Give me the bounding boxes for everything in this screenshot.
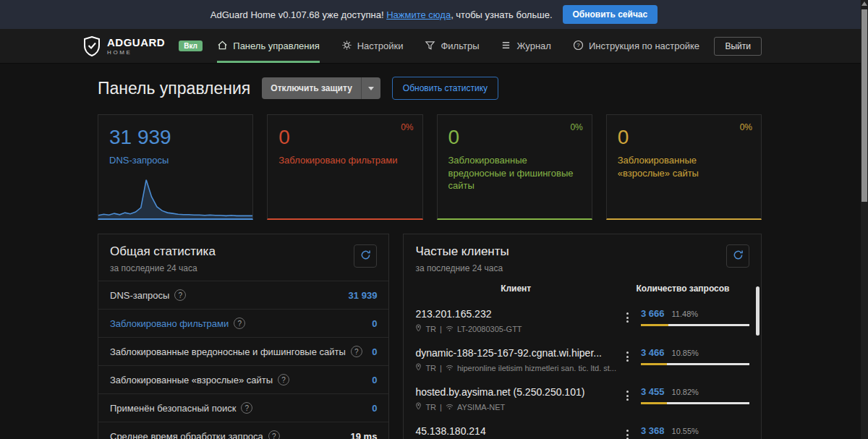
stat-card-blocked-filters: 0% 0 Заблокировано фильтрами xyxy=(267,114,422,220)
help-icon[interactable]: ? xyxy=(278,374,289,385)
disable-protection-label: Отключить защиту xyxy=(262,77,361,99)
protection-status-badge: Вкл xyxy=(179,41,203,51)
disable-protection-caret[interactable] xyxy=(361,77,380,99)
meta-separator: | xyxy=(440,325,442,333)
client-menu-kebab-icon[interactable] xyxy=(621,428,634,439)
network-icon xyxy=(446,364,454,372)
top-clients-title: Частые клиенты xyxy=(415,244,509,259)
brand-subtitle: HOME xyxy=(107,50,165,56)
stat-row-label: Применён безопасный поиск xyxy=(110,403,236,414)
location-pin-icon xyxy=(415,402,422,412)
client-menu-kebab-icon[interactable] xyxy=(621,311,634,324)
location-pin-icon xyxy=(415,363,422,372)
client-usage-bar-fill xyxy=(641,324,668,326)
stat-row-label: DNS-запросы xyxy=(110,290,169,301)
stat-row-value: 31 939 xyxy=(349,290,378,301)
client-row: 45.138.180.214 TR | GUNHUN JILGILETISIM … xyxy=(404,418,761,439)
stat-row-blocked-adult: Заблокированные «взрослые» сайты? 0 xyxy=(98,365,388,393)
stat-row-value: 0 xyxy=(372,375,377,385)
clients-list-scrollbar-thumb[interactable] xyxy=(756,286,760,336)
nav-item-settings[interactable]: Настройки xyxy=(341,29,404,63)
stat-row-label: Заблокированные «взрослые» сайты xyxy=(110,375,273,385)
stat-row-value: 0 xyxy=(372,318,377,329)
chevron-down-icon xyxy=(368,87,374,90)
help-icon[interactable]: ? xyxy=(351,346,362,357)
adguard-logo: ADGUARD HOME Вкл xyxy=(83,36,203,56)
client-meta: TR | AYSIMA-NET xyxy=(415,402,616,412)
stat-row-dns-queries: DNS-запросы? 31 939 xyxy=(98,281,388,309)
stat-row-safe-search: Применён безопасный поиск? 0 xyxy=(98,393,388,422)
help-icon[interactable]: ? xyxy=(174,289,186,301)
nav-item-filters[interactable]: Фильтры xyxy=(425,29,479,63)
client-stats: 3 666 11.48% xyxy=(641,308,749,326)
column-header-client: Клиент xyxy=(415,284,616,294)
window-scrollbar[interactable] xyxy=(861,0,868,439)
refresh-top-clients-button[interactable] xyxy=(726,244,749,268)
top-clients-subtitle: за последние 24 часа xyxy=(415,263,509,273)
stat-row-label-link[interactable]: Заблокировано фильтрами xyxy=(110,318,229,329)
filter-icon xyxy=(425,40,435,53)
update-notification-text: AdGuard Home v0.107.68 уже доступна! Наж… xyxy=(210,9,553,20)
stat-row-value: 19 ms xyxy=(351,431,378,439)
dns-queries-sparkline xyxy=(98,176,252,218)
help-icon[interactable]: ? xyxy=(241,402,252,414)
client-count: 3 455 xyxy=(641,386,665,397)
scrollbar-up-arrow-icon[interactable] xyxy=(861,1,867,6)
blocked-adult-percent: 0% xyxy=(740,122,752,132)
client-meta: TR | LT-20080305-GTT xyxy=(415,324,616,333)
client-info: hosted.by.aysima.net (5.250.250.101) TR … xyxy=(415,386,616,412)
nav-item-setup-guide[interactable]: ? Инструкция по настройке xyxy=(573,29,699,63)
logout-button[interactable]: Выйти xyxy=(714,37,762,56)
client-stats: 3 368 10.55% xyxy=(641,425,749,439)
client-percent: 10.82% xyxy=(672,388,699,396)
client-usage-bar xyxy=(641,363,749,365)
dns-queries-value: 31 939 xyxy=(98,115,252,149)
client-country: TR xyxy=(425,325,436,333)
stat-row-label: Заблокированные вредоносные и фишинговые… xyxy=(110,346,346,357)
top-clients-panel: Частые клиенты за последние 24 часа Клие… xyxy=(403,234,762,439)
page-title: Панель управления xyxy=(98,77,250,99)
general-statistics-panel: Общая статистика за последние 24 часа DN… xyxy=(98,234,389,439)
disable-protection-button[interactable]: Отключить защиту xyxy=(262,77,380,99)
column-header-count: Количество запросов xyxy=(616,284,749,294)
nav-label: Фильтры xyxy=(441,41,479,51)
stat-row-label: Среднее время обработки запроса xyxy=(110,431,263,439)
blocked-filters-value: 0 xyxy=(268,115,422,149)
app-header: ADGUARD HOME Вкл Панель управления Настр… xyxy=(0,29,868,64)
refresh-general-stats-button[interactable] xyxy=(354,244,377,268)
client-percent: 10.85% xyxy=(672,349,699,357)
help-icon[interactable]: ? xyxy=(268,430,280,439)
general-statistics-head: Общая статистика за последние 24 часа xyxy=(98,234,388,281)
nav-label: Журнал xyxy=(516,41,550,51)
update-details-link[interactable]: Нажмите сюда xyxy=(386,9,451,20)
client-usage-bar-fill xyxy=(641,402,667,404)
window-scrollbar-thumb[interactable] xyxy=(861,9,867,202)
network-icon xyxy=(446,325,454,333)
dashboard-content: Панель управления Отключить защиту Обнов… xyxy=(98,77,762,439)
nav-item-query-log[interactable]: Журнал xyxy=(501,29,550,63)
client-percent: 11.48% xyxy=(672,310,699,318)
client-name: dynamic-188-125-167-92.cgnat.wi.hiper... xyxy=(415,347,616,359)
top-clients-head: Частые клиенты за последние 24 часа xyxy=(404,234,761,281)
nav-item-dashboard[interactable]: Панель управления xyxy=(217,29,319,63)
client-menu-kebab-icon[interactable] xyxy=(621,350,634,363)
blocked-malware-value: 0 xyxy=(438,115,592,149)
client-count: 3 666 xyxy=(641,308,665,319)
meta-separator: | xyxy=(440,403,442,412)
gear-icon xyxy=(341,40,352,53)
notification-text-suffix: , чтобы узнать больше. xyxy=(451,9,552,20)
stat-card-blocked-malware: 0% 0 Заблокированные вредоносные и фишин… xyxy=(437,114,592,220)
dashboard-icon xyxy=(217,40,228,53)
help-icon[interactable]: ? xyxy=(234,317,245,329)
client-network: LT-20080305-GTT xyxy=(457,325,522,333)
blocked-adult-label: Заблокированные «взрослые» сайты xyxy=(607,149,761,179)
general-statistics-title: Общая статистика xyxy=(110,244,216,259)
update-now-button[interactable]: Обновить сейчас xyxy=(563,5,658,24)
client-menu-kebab-icon[interactable] xyxy=(621,389,634,402)
client-network: hiperonline iletisim hizmetleri san. tic… xyxy=(457,364,616,372)
main-nav: Панель управления Настройки Фильтры Журн… xyxy=(217,29,699,63)
refresh-statistics-button[interactable]: Обновить статистику xyxy=(392,77,498,100)
stat-row-blocked-malware: Заблокированные вредоносные и фишинговые… xyxy=(98,337,388,365)
client-country: TR xyxy=(425,364,436,372)
client-count: 3 466 xyxy=(641,347,665,358)
